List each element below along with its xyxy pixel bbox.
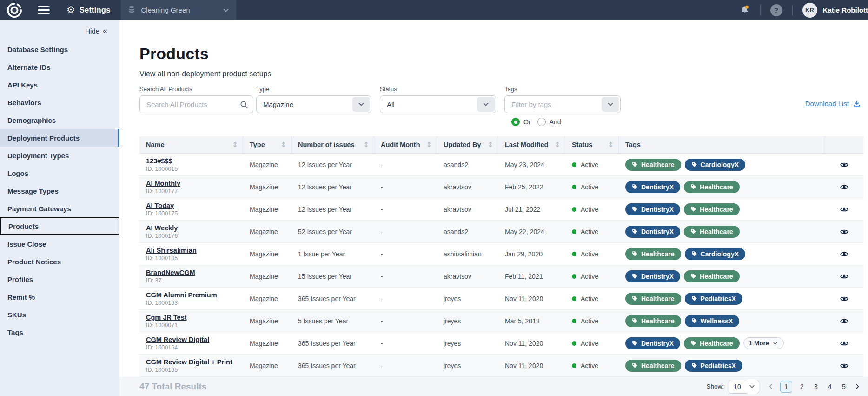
sidebar-item-message-types[interactable]: Message Types	[0, 182, 119, 200]
previous-page-button[interactable]	[768, 383, 775, 390]
sort-icon[interactable]: ↕	[487, 141, 493, 149]
sidebar-item-database-settings[interactable]: Database Settings	[0, 40, 119, 58]
view-product-button[interactable]	[840, 294, 849, 303]
view-product-button[interactable]	[840, 272, 849, 281]
tag-pill-healthcare[interactable]: Healthcare	[684, 337, 740, 349]
sidebar-item-deployment-types[interactable]: Deployment Types	[0, 147, 119, 164]
page-button-4[interactable]: 4	[826, 383, 834, 390]
actions-cell	[825, 243, 863, 265]
radio-or[interactable]: Or	[511, 118, 531, 126]
status-active-dot	[572, 229, 576, 234]
hamburger-menu-icon[interactable]	[38, 4, 50, 16]
more-tags-button[interactable]: 1 More	[743, 337, 784, 349]
tag-pill-healthcare[interactable]: Healthcare	[625, 315, 681, 327]
show-label: Show:	[706, 383, 724, 390]
chevron-down-icon[interactable]	[477, 97, 495, 112]
tag-pill-healthcare[interactable]: Healthcare	[684, 203, 740, 215]
chevron-down-icon[interactable]	[352, 97, 370, 112]
sidebar-item-deployment-products[interactable]: Deployment Products	[0, 129, 119, 147]
view-product-button[interactable]	[840, 205, 849, 214]
sidebar-item-product-notices[interactable]: Product Notices	[0, 253, 119, 270]
page-size-select[interactable]: 10	[729, 380, 759, 394]
sidebar-item-issue-close[interactable]: Issue Close	[0, 235, 119, 253]
search-input[interactable]	[140, 101, 234, 108]
help-icon[interactable]: ?	[770, 4, 782, 16]
view-product-button[interactable]	[840, 249, 849, 259]
page-button-2[interactable]: 2	[798, 383, 806, 390]
settings-nav[interactable]: ⚙ Settings	[66, 5, 111, 15]
sort-icon[interactable]: ↕	[280, 141, 286, 149]
product-name-link[interactable]: AI Today	[146, 202, 174, 209]
tag-pill-dentistryx[interactable]: DentistryX	[625, 181, 680, 193]
tag-pill-healthcare[interactable]: Healthcare	[625, 159, 681, 171]
page-button-1[interactable]: 1	[780, 381, 792, 393]
tag-pill-pediatricsx[interactable]: PediatricsX	[685, 360, 742, 372]
audit-month-cell: -	[374, 176, 437, 198]
tag-pill-dentistryx[interactable]: DentistryX	[625, 270, 680, 282]
sort-icon[interactable]: ↕	[554, 141, 560, 149]
sidebar-item-skus[interactable]: SKUs	[0, 306, 119, 323]
page-button-5[interactable]: 5	[840, 383, 848, 390]
sidebar-item-behaviors[interactable]: Behaviors	[0, 94, 119, 111]
product-name-link[interactable]: BrandNewCGM	[146, 269, 195, 276]
product-name-link[interactable]: 123#$$$	[146, 157, 172, 165]
tag-label: Healthcare	[641, 295, 675, 302]
tag-pill-healthcare[interactable]: Healthcare	[625, 248, 681, 260]
type-select[interactable]: Magazine	[256, 95, 371, 113]
search-icon[interactable]	[234, 96, 253, 112]
sidebar-item-profiles[interactable]: Profiles	[0, 270, 119, 288]
tag-pill-healthcare[interactable]: Healthcare	[625, 293, 681, 305]
sort-icon[interactable]: ↕	[608, 141, 614, 149]
tag-pill-cardiologyx[interactable]: CardiologyX	[685, 159, 745, 171]
sidebar-hide-button[interactable]: Hide «	[0, 20, 119, 40]
view-product-button[interactable]	[840, 182, 849, 192]
next-page-button[interactable]	[854, 383, 861, 390]
sidebar-item-logos[interactable]: Logos	[0, 164, 119, 182]
tag-pill-dentistryx[interactable]: DentistryX	[625, 226, 680, 238]
tag-pill-healthcare[interactable]: Healthcare	[684, 270, 740, 282]
sidebar-item-products[interactable]: Products	[0, 217, 119, 235]
tag-pill-healthcare[interactable]: Healthcare	[625, 360, 681, 372]
sort-icon[interactable]: ↕	[363, 141, 369, 149]
sidebar-item-remit-[interactable]: Remit %	[0, 288, 119, 306]
view-product-button[interactable]	[840, 339, 849, 348]
updated-by-cell: asands2	[437, 221, 498, 242]
product-name-link[interactable]: Cgm JR Test	[146, 314, 187, 321]
sidebar-item-payment-gateways[interactable]: Payment Gateways	[0, 200, 119, 217]
product-name-link[interactable]: CGM Review Digital + Print	[146, 358, 232, 366]
chevron-down-icon[interactable]	[602, 97, 619, 112]
view-product-button[interactable]	[840, 227, 849, 236]
download-list-link[interactable]: Download List	[805, 99, 861, 107]
view-product-button[interactable]	[840, 316, 849, 326]
tag-pill-dentistryx[interactable]: DentistryX	[625, 337, 680, 349]
tag-pill-wellnessx[interactable]: WellnessX	[685, 315, 740, 327]
product-name-link[interactable]: AI Weekly	[146, 224, 178, 232]
product-name-link[interactable]: Ali Shirsalimian	[146, 247, 197, 254]
status-select[interactable]: All	[380, 95, 496, 113]
tag-pill-healthcare[interactable]: Healthcare	[684, 226, 740, 238]
issues-cell: 12 Issues per Year	[292, 198, 374, 220]
database-selector[interactable]: Cleaning Green	[121, 0, 236, 20]
sidebar-item-demographics[interactable]: Demographics	[0, 111, 119, 129]
sidebar-item-tags[interactable]: Tags	[0, 323, 119, 341]
notifications-bell-icon[interactable]	[739, 5, 750, 16]
tag-pill-dentistryx[interactable]: DentistryX	[625, 203, 680, 215]
sidebar-item-api-keys[interactable]: API Keys	[0, 76, 119, 94]
app-logo-icon[interactable]	[6, 2, 23, 19]
sort-icon[interactable]: ↕	[426, 141, 432, 149]
view-product-button[interactable]	[840, 160, 849, 169]
status-label: Active	[581, 206, 598, 213]
product-name-link[interactable]: CGM Alumni Premium	[146, 291, 217, 299]
view-product-button[interactable]	[840, 361, 849, 370]
tags-filter-input[interactable]	[505, 101, 602, 108]
tag-pill-cardiologyx[interactable]: CardiologyX	[685, 248, 745, 260]
product-name-link[interactable]: AI Monthly	[146, 180, 180, 187]
avatar[interactable]: KR	[802, 3, 817, 18]
page-button-3[interactable]: 3	[812, 383, 820, 390]
sort-icon[interactable]: ↕	[232, 141, 238, 149]
product-name-link[interactable]: CGM Review Digital	[146, 336, 209, 343]
tag-pill-healthcare[interactable]: Healthcare	[684, 181, 740, 193]
radio-and[interactable]: And	[537, 118, 561, 126]
sidebar-item-alternate-ids[interactable]: Alternate IDs	[0, 58, 119, 76]
tag-pill-pediatricsx[interactable]: PediatricsX	[685, 293, 742, 305]
